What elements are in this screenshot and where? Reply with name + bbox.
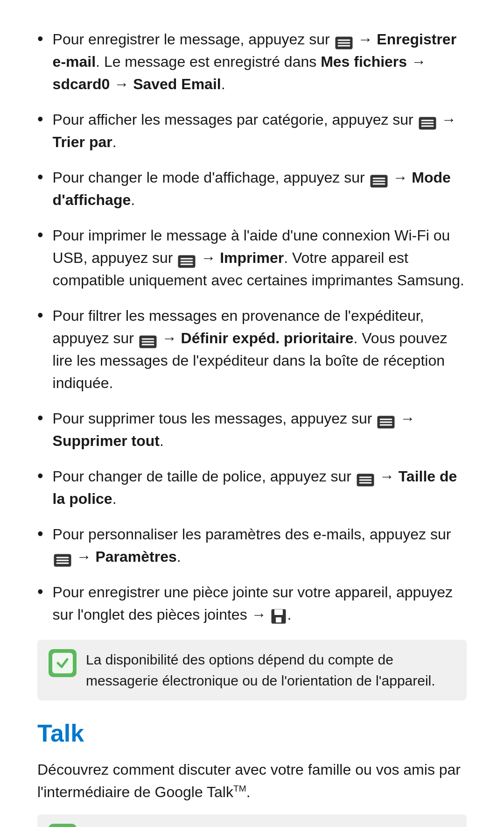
bold-text: Supprimer tout [53, 432, 160, 449]
bullet-text: Pour filtrer les messages en provenance … [53, 304, 467, 394]
note-icon-2 [49, 824, 77, 827]
note-text-2: La disponibilité de cette fonction dépen… [86, 824, 455, 827]
bullet-text: Pour supprimer tous les messages, appuye… [53, 407, 467, 452]
bullet-dot: • [37, 579, 43, 604]
note-box-1: La disponibilité des options dépend du c… [37, 640, 467, 700]
bullet-dot: • [37, 26, 43, 51]
menu-icon [370, 171, 388, 184]
svg-rect-33 [274, 609, 283, 615]
note-text: La disponibilité des options dépend du c… [86, 649, 455, 691]
bullet-text: Pour changer le mode d'affichage, appuye… [53, 166, 467, 211]
list-item: • Pour afficher les messages par catégor… [37, 108, 467, 153]
list-item: • Pour personnaliser les paramètres des … [37, 523, 467, 568]
menu-icon [357, 470, 374, 483]
list-item: • Pour changer de taille de police, appu… [37, 465, 467, 510]
section-title: Talk [37, 719, 467, 747]
note-box-2: La disponibilité de cette fonction dépen… [37, 814, 467, 827]
bold-text: Trier par [53, 134, 112, 150]
bullet-text: Pour changer de taille de police, appuye… [53, 465, 467, 510]
bullet-dot: • [37, 303, 43, 328]
menu-icon [335, 33, 353, 46]
section-intro: Découvrez comment discuter avec votre fa… [37, 758, 467, 803]
list-item: • Pour changer le mode d'affichage, appu… [37, 166, 467, 211]
list-item: • Pour supprimer tous les messages, appu… [37, 407, 467, 452]
list-item: • Pour filtrer les messages en provenanc… [37, 304, 467, 394]
svg-rect-37 [49, 824, 77, 827]
bold-text: Imprimer [220, 249, 284, 266]
menu-icon [139, 332, 157, 345]
bold-text: Mode d'affichage [53, 169, 451, 208]
list-item: • Pour imprimer le message à l'aide d'un… [37, 224, 467, 291]
bullet-text: Pour imprimer le message à l'aide d'une … [53, 224, 467, 291]
menu-icon [377, 412, 395, 425]
list-item: • Pour enregistrer le message, appuyez s… [37, 28, 467, 95]
menu-icon [419, 113, 436, 127]
bullet-dot: • [37, 405, 43, 431]
bold-text: Définir expéd. prioritaire [181, 330, 354, 346]
menu-icon [54, 551, 71, 564]
list-item: • Pour enregistrer une pièce jointe sur … [37, 581, 467, 626]
bullet-text: Pour enregistrer une pièce jointe sur vo… [53, 581, 467, 626]
svg-rect-36 [52, 653, 73, 673]
bullet-dot: • [37, 463, 43, 488]
bullet-text: Pour afficher les messages par catégorie… [53, 108, 467, 153]
bullet-list: • Pour enregistrer le message, appuyez s… [37, 28, 467, 626]
save-icon [271, 608, 286, 622]
bold-text: Mes fichiers → sdcard0 → Saved Email [53, 53, 426, 92]
bold-text: Taille de la police [53, 468, 457, 507]
bullet-dot: • [37, 164, 43, 190]
svg-rect-34 [276, 617, 281, 622]
note-icon [49, 649, 77, 677]
menu-icon [178, 252, 196, 265]
bullet-dot: • [37, 521, 43, 546]
bold-text: Paramètres [95, 548, 176, 565]
bullet-text: Pour personnaliser les paramètres des e-… [53, 523, 467, 568]
bullet-dot: • [37, 222, 43, 247]
bullet-text: Pour enregistrer le message, appuyez sur… [53, 28, 467, 95]
bullet-dot: • [37, 106, 43, 132]
trademark: TM [233, 784, 246, 793]
